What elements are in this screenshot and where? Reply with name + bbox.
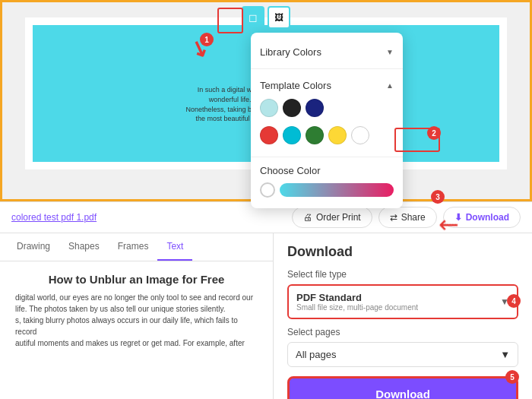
swatch-green[interactable]	[306, 126, 324, 144]
share-icon: ⇄	[390, 212, 397, 223]
badge-3: 3	[431, 190, 445, 204]
badge-5: 5	[505, 370, 519, 384]
library-colors-header[interactable]: Library Colors ▼	[260, 43, 394, 61]
swatch-cyan[interactable]	[283, 126, 301, 144]
color-picker-btn[interactable]: ◻	[242, 6, 264, 29]
download-panel: Download Select file type PDF Standard S…	[274, 233, 532, 399]
file-type-select[interactable]: PDF Standard Small file size, multi-page…	[287, 284, 518, 319]
download-top-label: Download	[466, 212, 509, 223]
pages-value: All pages	[296, 349, 336, 360]
file-type-select-inner: PDF Standard Small file size, multi-page…	[296, 292, 418, 312]
swatch-white[interactable]	[351, 126, 369, 144]
left-content-body: digital world, our eyes are no longer th…	[15, 292, 258, 349]
divider-1	[251, 68, 403, 69]
color-input-row	[260, 182, 394, 198]
choose-color-label: Choose Color	[260, 165, 394, 176]
tab-drawing[interactable]: Drawing	[8, 233, 59, 261]
badge-1: 1	[200, 33, 214, 46]
select-pages-label: Select pages	[287, 327, 518, 337]
swatch-dark-blue[interactable]	[306, 99, 324, 117]
select-file-type-label: Select file type	[287, 269, 518, 280]
order-print-button[interactable]: 🖨 Order Print	[292, 207, 372, 228]
left-content: How to Unblur an Image for Free digital …	[0, 261, 273, 360]
color-gradient-bar[interactable]	[280, 183, 394, 197]
share-label: Share	[401, 212, 426, 223]
file-info: colored test pdf 1.pdf	[11, 212, 97, 223]
top-toolbar: ◻ 🖼	[242, 6, 290, 29]
swatch-black[interactable]	[283, 99, 301, 117]
divider-2	[251, 157, 403, 157]
swatch-white-container	[351, 126, 369, 144]
image-btn[interactable]: 🖼	[268, 6, 290, 29]
template-colors-section: Template Colors ▲	[251, 72, 403, 154]
choose-color-section: Choose Color	[251, 160, 403, 202]
swatch-yellow[interactable]	[328, 126, 347, 144]
tab-frames[interactable]: Frames	[109, 233, 158, 261]
pages-select[interactable]: All pages ▼	[287, 342, 518, 367]
pages-chevron-down-icon: ▼	[500, 349, 510, 360]
template-colors-label: Template Colors	[260, 80, 331, 91]
download-main-button[interactable]: Download	[287, 376, 518, 399]
tab-text[interactable]: Text	[157, 233, 192, 261]
file-type-secondary: Small file size, multi-page document	[296, 303, 418, 312]
swatch-light-blue[interactable]	[260, 99, 278, 117]
order-print-label: Order Print	[316, 212, 361, 223]
left-content-title: How to Unblur an Image for Free	[15, 273, 258, 286]
toolbar-actions: 🖨 Order Print ⇄ Share ⬇ Download	[292, 207, 521, 228]
library-chevron-down-icon: ▼	[386, 48, 394, 56]
print-icon: 🖨	[303, 212, 312, 223]
color-circle-outline[interactable]	[260, 182, 275, 198]
content-area: Drawing Shapes Frames Text How to Unblur…	[0, 233, 532, 399]
left-tabs: Drawing Shapes Frames Text	[0, 233, 273, 261]
library-colors-section: Library Colors ▼	[251, 39, 403, 65]
left-panel: Drawing Shapes Frames Text How to Unblur…	[0, 233, 274, 399]
download-title: Download	[287, 244, 518, 260]
pages-section: Select pages All pages ▼	[287, 327, 518, 367]
share-button[interactable]: ⇄ Share	[378, 207, 437, 228]
color-picker-dropdown: Library Colors ▼ Template Colors ▲	[251, 33, 403, 208]
badge-4: 4	[507, 294, 521, 308]
color-swatches-row1	[260, 94, 394, 122]
swatch-red[interactable]	[260, 126, 278, 144]
template-colors-header[interactable]: Template Colors ▲	[260, 77, 394, 94]
editor-area: Ho In such a digital world, our e... and…	[0, 0, 532, 201]
tab-shapes[interactable]: Shapes	[59, 233, 109, 261]
file-type-primary: PDF Standard	[296, 292, 418, 303]
color-swatches-row2	[260, 122, 394, 149]
template-chevron-up-icon: ▲	[386, 81, 394, 90]
badge-2: 2	[427, 126, 441, 140]
file-link[interactable]: colored test pdf 1.pdf	[11, 212, 97, 223]
library-colors-label: Library Colors	[260, 46, 321, 58]
